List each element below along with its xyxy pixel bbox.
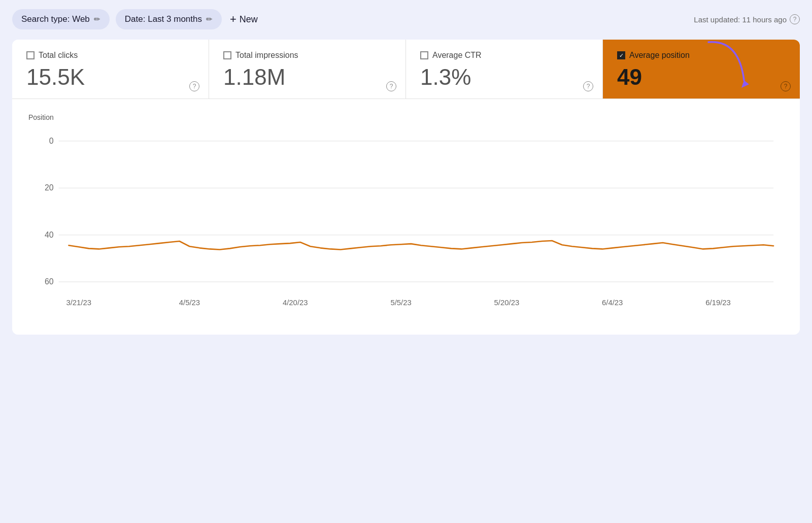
- chart-svg: 0 20 40 60 3/21/23 4/5/23 4/20/23 5/5/23…: [28, 125, 784, 318]
- metric-average-position[interactable]: ✓ Average position 49 ?: [603, 40, 800, 99]
- last-updated-text: Last updated: 11 hours ago: [694, 15, 787, 24]
- new-label: New: [240, 14, 258, 25]
- chart-y-label: Position: [28, 113, 784, 121]
- svg-text:0: 0: [49, 136, 54, 145]
- new-button[interactable]: + New: [230, 13, 258, 26]
- plus-icon: +: [230, 13, 236, 26]
- svg-text:6/4/23: 6/4/23: [602, 298, 623, 307]
- chart-area: Position 0 20 40 60: [12, 99, 800, 335]
- svg-text:5/5/23: 5/5/23: [390, 298, 411, 307]
- edit-date-icon: ✏: [206, 15, 213, 24]
- average-ctr-help-icon[interactable]: ?: [583, 81, 593, 91]
- average-position-value: 49: [617, 65, 786, 89]
- page-wrapper: Search type: Web ✏ Date: Last 3 months ✏…: [0, 0, 812, 523]
- total-clicks-help-icon[interactable]: ?: [189, 81, 199, 91]
- total-impressions-value: 1.18M: [223, 65, 391, 89]
- position-line: [69, 241, 773, 249]
- svg-text:6/19/23: 6/19/23: [705, 298, 731, 307]
- total-clicks-value: 15.5K: [26, 65, 194, 89]
- total-clicks-label: Total clicks: [39, 51, 78, 60]
- average-ctr-label: Average CTR: [432, 51, 482, 60]
- average-ctr-checkbox[interactable]: [420, 51, 428, 59]
- total-clicks-help[interactable]: ?: [189, 81, 199, 91]
- metric-total-impressions[interactable]: Total impressions 1.18M ?: [209, 40, 406, 99]
- last-updated: Last updated: 11 hours ago ?: [694, 14, 800, 24]
- average-ctr-value: 1.3%: [420, 65, 588, 89]
- metric-average-ctr[interactable]: Average CTR 1.3% ?: [406, 40, 603, 99]
- svg-text:20: 20: [45, 183, 54, 192]
- main-card: Total clicks 15.5K ? Total impressions 1…: [12, 40, 800, 335]
- average-position-checkbox[interactable]: ✓: [617, 51, 625, 59]
- total-clicks-checkbox[interactable]: [26, 51, 35, 59]
- chart-container: 0 20 40 60 3/21/23 4/5/23 4/20/23 5/5/23…: [28, 125, 784, 318]
- svg-text:5/20/23: 5/20/23: [494, 298, 520, 307]
- last-updated-help-icon[interactable]: ?: [790, 14, 800, 24]
- svg-text:3/21/23: 3/21/23: [66, 298, 91, 307]
- svg-text:4/20/23: 4/20/23: [283, 298, 308, 307]
- total-impressions-help-icon[interactable]: ?: [386, 81, 396, 91]
- metric-total-clicks[interactable]: Total clicks 15.5K ?: [12, 40, 209, 99]
- svg-text:40: 40: [45, 230, 54, 239]
- search-type-label: Search type: Web: [21, 14, 90, 24]
- edit-search-type-icon: ✏: [94, 15, 100, 24]
- total-impressions-label: Total impressions: [235, 51, 298, 60]
- average-ctr-help[interactable]: ?: [583, 81, 593, 91]
- average-position-help[interactable]: ?: [781, 81, 791, 91]
- toolbar: Search type: Web ✏ Date: Last 3 months ✏…: [12, 9, 800, 29]
- metrics-row: Total clicks 15.5K ? Total impressions 1…: [12, 40, 800, 99]
- svg-text:4/5/23: 4/5/23: [179, 298, 200, 307]
- average-position-label: Average position: [629, 51, 690, 60]
- date-filter[interactable]: Date: Last 3 months ✏: [116, 9, 222, 29]
- total-impressions-checkbox[interactable]: [223, 51, 231, 59]
- average-position-help-icon[interactable]: ?: [781, 81, 791, 91]
- search-type-filter[interactable]: Search type: Web ✏: [12, 9, 110, 29]
- date-label: Date: Last 3 months: [125, 14, 202, 24]
- svg-text:60: 60: [45, 277, 54, 286]
- total-impressions-help[interactable]: ?: [386, 81, 396, 91]
